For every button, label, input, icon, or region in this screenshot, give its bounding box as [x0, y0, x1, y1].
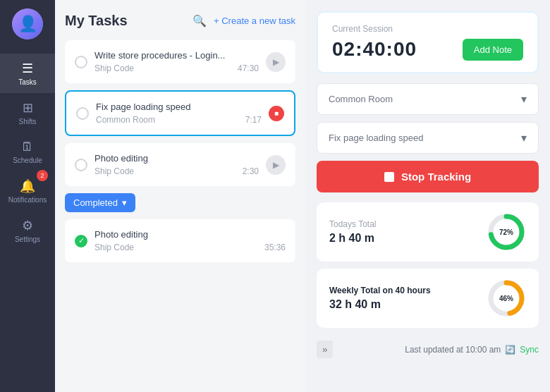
tasks-header: My Tasks 🔍 + Create a new task — [65, 13, 295, 29]
tasks-icon: ☰ — [22, 61, 33, 76]
task-project-3: Ship Code — [94, 166, 134, 176]
session-row: 02:40:00 Add Note — [332, 38, 523, 61]
completed-section: Completed ▾ Photo editing Ship Code 35:3… — [65, 193, 295, 262]
tasks-panel: My Tasks 🔍 + Create a new task Write sto… — [55, 0, 305, 392]
task-dropdown-text: Fix page loading speed — [329, 133, 423, 143]
create-task-link[interactable]: + Create a new task — [214, 16, 295, 26]
task-sub-1: Ship Code 47:30 — [94, 63, 259, 73]
todays-value: 2 h 40 m — [329, 232, 377, 245]
settings-label: Settings — [15, 235, 40, 243]
notification-badge: 2 — [37, 170, 48, 181]
task-card-4: Photo editing Ship Code 35:36 — [65, 219, 295, 262]
sidebar-item-schedule[interactable]: 🗓 Schedule — [0, 133, 55, 171]
task-dropdown[interactable]: Fix page loading speed ▾ — [317, 122, 539, 154]
tasks-actions: 🔍 + Create a new task — [192, 14, 295, 27]
sync-label[interactable]: Sync — [520, 345, 539, 355]
gear-icon: ⚙ — [22, 218, 33, 233]
stop-icon-2: ■ — [274, 109, 279, 117]
stop-tracking-icon — [384, 172, 394, 182]
task-card-3: Photo editing Ship Code 2:30 ▶ — [65, 143, 295, 186]
task-radio-3[interactable] — [75, 159, 87, 171]
project-dropdown[interactable]: Common Room ▾ — [317, 83, 539, 115]
sync-row: Last updated at 10:00 am 🔄 Sync — [405, 345, 539, 355]
completed-label: Completed — [73, 197, 118, 208]
task-radio-1[interactable] — [75, 56, 87, 68]
bell-icon: 🔔 — [20, 178, 35, 194]
session-label: Current Session — [332, 24, 523, 34]
task-time-1: 47:30 — [238, 63, 259, 73]
last-updated-text: Last updated at 10:00 am — [405, 345, 501, 355]
todays-label: Todays Total — [329, 219, 377, 229]
task-info-2: Fix page loading speed Common Room 7:17 — [96, 102, 262, 125]
stop-button-2[interactable]: ■ — [269, 106, 284, 121]
task-sub-3: Ship Code 2:30 — [94, 166, 259, 176]
main-area: My Tasks 🔍 + Create a new task Write sto… — [55, 0, 550, 392]
completed-dropdown[interactable]: Completed ▾ — [65, 193, 135, 212]
weekly-value: 32 h 40 m — [329, 298, 431, 311]
tasks-label: Tasks — [18, 78, 37, 86]
weekly-hours: 40 hours — [396, 286, 431, 295]
task-project-2: Common Room — [96, 115, 155, 125]
sidebar-item-notifications[interactable]: 🔔 2 Notifications — [0, 171, 55, 211]
weekly-stat-row: Weekly Total on 40 hours 32 h 40 m 46% — [329, 278, 526, 318]
notifications-label: Notifications — [8, 196, 47, 204]
sidebar-item-settings[interactable]: ⚙ Settings — [0, 211, 55, 250]
weekly-percent-label: 46% — [499, 295, 513, 302]
task-name-1: Write store procedures - Login... — [94, 50, 259, 61]
weekly-stat-info: Weekly Total on 40 hours 32 h 40 m — [329, 286, 431, 311]
sidebar: 👤 ☰ Tasks ⊞ Shifts 🗓 Schedule 🔔 2 Notifi… — [0, 0, 55, 392]
todays-stats-card: Todays Total 2 h 40 m 72% — [317, 202, 539, 262]
task-radio-2[interactable] — [76, 107, 89, 120]
current-session-card: Current Session 02:40:00 Add Note — [317, 11, 539, 73]
right-footer: » Last updated at 10:00 am 🔄 Sync — [317, 335, 539, 358]
play-icon-1: ▶ — [273, 57, 279, 67]
task-time-4: 35:36 — [264, 243, 286, 252]
task-card-1: Write store procedures - Login... Ship C… — [65, 40, 295, 83]
todays-percent-label: 72% — [499, 228, 513, 236]
page-title: My Tasks — [65, 13, 128, 29]
session-time: 02:40:00 — [332, 38, 417, 61]
task-radio-4[interactable] — [75, 235, 87, 247]
sidebar-item-shifts[interactable]: ⊞ Shifts — [0, 93, 55, 133]
right-panel: Current Session 02:40:00 Add Note Common… — [305, 0, 550, 392]
sync-icon: 🔄 — [505, 345, 515, 355]
task-name-2: Fix page loading speed — [96, 102, 262, 112]
project-dropdown-arrow: ▾ — [521, 92, 527, 106]
play-button-1[interactable]: ▶ — [266, 52, 286, 72]
task-project-1: Ship Code — [94, 63, 134, 73]
chevron-down-icon: ▾ — [122, 197, 127, 208]
task-name-4: Photo editing — [94, 229, 286, 240]
weekly-label: Weekly Total on 40 hours — [329, 286, 431, 295]
shifts-label: Shifts — [18, 118, 36, 125]
task-project-4: Ship Code — [94, 243, 134, 252]
task-info-3: Photo editing Ship Code 2:30 — [94, 153, 259, 176]
project-dropdown-text: Common Room — [329, 94, 393, 104]
task-dropdown-arrow: ▾ — [521, 131, 527, 145]
task-info-1: Write store procedures - Login... Ship C… — [94, 50, 259, 73]
todays-donut: 72% — [487, 212, 526, 252]
task-name-3: Photo editing — [94, 153, 259, 164]
weekly-stats-card: Weekly Total on 40 hours 32 h 40 m 46% — [317, 269, 539, 328]
task-time-3: 2:30 — [243, 166, 259, 176]
play-icon-3: ▶ — [273, 160, 279, 170]
todays-stat-row: Todays Total 2 h 40 m 72% — [329, 212, 526, 252]
avatar: 👤 — [12, 8, 43, 39]
search-icon[interactable]: 🔍 — [192, 14, 207, 27]
play-button-3[interactable]: ▶ — [266, 155, 286, 175]
task-info-4: Photo editing Ship Code 35:36 — [94, 229, 286, 252]
sidebar-item-tasks[interactable]: ☰ Tasks — [0, 54, 55, 93]
footer-nav-button[interactable]: » — [317, 341, 333, 358]
todays-stat-info: Todays Total 2 h 40 m — [329, 219, 377, 245]
weekly-donut: 46% — [487, 278, 526, 318]
add-note-button[interactable]: Add Note — [463, 39, 523, 61]
task-sub-2: Common Room 7:17 — [96, 115, 262, 125]
task-time-2: 7:17 — [245, 115, 262, 125]
task-sub-4: Ship Code 35:36 — [94, 243, 286, 252]
schedule-label: Schedule — [13, 157, 42, 164]
task-card-2: Fix page loading speed Common Room 7:17 … — [65, 90, 295, 136]
shifts-icon: ⊞ — [23, 100, 33, 116]
stop-tracking-label: Stop Tracking — [401, 171, 471, 183]
schedule-icon: 🗓 — [21, 140, 34, 154]
stop-tracking-button[interactable]: Stop Tracking — [317, 161, 539, 192]
avatar-icon: 👤 — [18, 15, 37, 33]
